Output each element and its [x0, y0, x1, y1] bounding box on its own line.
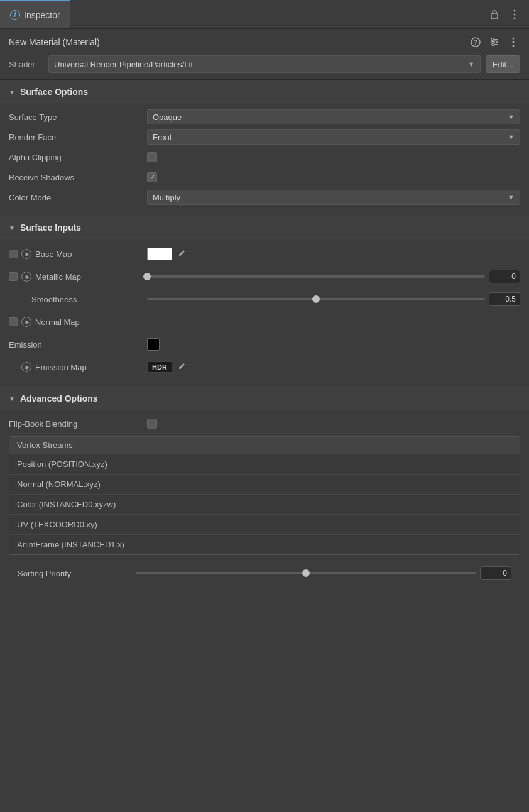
render-face-arrow: ▼: [508, 133, 515, 141]
color-mode-control: Multiply ▼: [147, 190, 520, 205]
surface-inputs-header[interactable]: ▼ Surface Inputs: [0, 216, 529, 239]
surface-type-arrow: ▼: [508, 113, 515, 121]
color-mode-dropdown[interactable]: Multiply ▼: [147, 190, 520, 205]
sorting-slider-thumb[interactable]: [302, 569, 310, 577]
sliders-button[interactable]: [488, 35, 501, 49]
surface-options-title: Surface Options: [20, 87, 88, 97]
surface-type-row: Surface Type Opaque ▼: [9, 108, 520, 126]
smoothness-slider-thumb[interactable]: [312, 295, 320, 303]
emission-eyedropper[interactable]: [176, 361, 187, 374]
svg-point-13: [513, 41, 515, 43]
receive-shadows-control: [147, 172, 520, 182]
render-face-row: Render Face Front ▼: [9, 128, 520, 146]
metallic-map-control: 0: [147, 270, 520, 283]
emission-map-row: ◉ Emission Map HDR: [9, 357, 520, 377]
svg-point-14: [513, 45, 515, 47]
metallic-map-label: Metallic Map: [35, 272, 81, 282]
inspector-tab[interactable]: i Inspector: [0, 0, 70, 28]
smoothness-slider-track[interactable]: [147, 298, 485, 300]
normal-map-label-area: ◉ Normal Map: [9, 317, 147, 327]
header-icons: ?: [469, 35, 520, 49]
info-icon: i: [10, 10, 20, 20]
shader-label: Shader: [9, 60, 43, 69]
vertex-stream-animframe: AnimFrame (INSTANCED1.x): [9, 535, 520, 554]
edit-button[interactable]: Edit...: [486, 55, 520, 73]
metallic-slider-thumb[interactable]: [143, 273, 151, 280]
emission-label-area: Emission: [9, 340, 147, 349]
metallic-slider-track[interactable]: [147, 275, 485, 278]
svg-point-12: [513, 38, 515, 40]
emission-map-label: Emission Map: [35, 363, 87, 372]
surface-type-label: Surface Type: [9, 112, 147, 122]
alpha-clipping-row: Alpha Clipping: [9, 148, 520, 166]
alpha-clipping-control: [147, 152, 520, 162]
shader-dropdown-arrow: ▼: [468, 60, 475, 68]
svg-point-2: [514, 13, 516, 15]
metallic-value[interactable]: 0: [489, 270, 520, 283]
flip-book-control: [147, 419, 520, 429]
base-map-control: [147, 248, 520, 261]
surface-options-section: ▼ Surface Options Surface Type Opaque ▼ …: [0, 80, 529, 214]
render-face-control: Front ▼: [147, 129, 520, 145]
sorting-priority-value[interactable]: 0: [480, 566, 511, 580]
shader-dropdown[interactable]: Universal Render Pipeline/Particles/Lit …: [48, 55, 481, 73]
advanced-options-title: Advanced Options: [20, 393, 98, 403]
svg-rect-0: [491, 14, 498, 19]
normal-map-checkbox[interactable]: [9, 317, 18, 326]
receive-shadows-row: Receive Shadows: [9, 168, 520, 186]
advanced-options-triangle: ▼: [9, 395, 15, 402]
more-header-button[interactable]: [506, 35, 520, 49]
normal-map-row: ◉ Normal Map: [9, 312, 520, 332]
color-mode-arrow: ▼: [508, 194, 515, 201]
receive-shadows-checkbox[interactable]: [147, 172, 157, 182]
tab-right-icons: [488, 8, 529, 21]
emission-map-control: HDR: [147, 361, 520, 374]
color-mode-value: Multiply: [153, 193, 180, 202]
flip-book-checkbox[interactable]: [147, 419, 157, 429]
advanced-options-header[interactable]: ▼ Advanced Options: [0, 387, 529, 410]
surface-inputs-triangle: ▼: [9, 224, 15, 231]
vertex-streams-list: Position (POSITION.xyz) Normal (NORMAL.x…: [9, 454, 520, 554]
emission-label: Emission: [9, 340, 42, 349]
sorting-slider-track[interactable]: [136, 572, 476, 574]
base-map-eyedropper[interactable]: [176, 248, 187, 261]
tab-bar: i Inspector: [0, 0, 529, 29]
vertex-stream-color: Color (INSTANCED0.xyzw): [9, 495, 520, 515]
base-map-color-swatch[interactable]: [147, 248, 172, 260]
hdr-button[interactable]: HDR: [147, 361, 172, 373]
more-options-button[interactable]: [508, 8, 521, 21]
render-face-label: Render Face: [9, 133, 147, 142]
shader-value: Universal Render Pipeline/Particles/Lit: [54, 60, 193, 69]
surface-options-header[interactable]: ▼ Surface Options: [0, 80, 529, 103]
metallic-map-checkbox[interactable]: [9, 272, 18, 281]
emission-color-swatch[interactable]: [147, 338, 160, 351]
svg-point-3: [514, 17, 516, 19]
receive-shadows-label: Receive Shadows: [9, 173, 147, 182]
surface-type-value: Opaque: [153, 112, 182, 122]
metallic-map-circle-icon: ◉: [21, 272, 31, 282]
shader-row: Shader Universal Render Pipeline/Particl…: [9, 55, 520, 73]
help-button[interactable]: ?: [469, 35, 483, 49]
svg-point-1: [514, 9, 516, 11]
metallic-map-label-area: ◉ Metallic Map: [9, 272, 147, 282]
material-name: New Material (Material): [9, 37, 100, 47]
vertex-streams-title: Vertex Streams: [17, 441, 73, 450]
vertex-stream-normal: Normal (NORMAL.xyz): [9, 475, 520, 495]
emission-map-label-area: ◉ Emission Map: [9, 362, 147, 372]
surface-type-dropdown[interactable]: Opaque ▼: [147, 109, 520, 124]
svg-point-11: [492, 43, 494, 46]
tab-title: Inspector: [24, 10, 60, 20]
flip-book-row: Flip-Book Blending: [9, 415, 520, 432]
flip-book-label: Flip-Book Blending: [9, 419, 147, 429]
lock-button[interactable]: [488, 8, 501, 21]
alpha-clipping-checkbox[interactable]: [147, 152, 157, 162]
svg-point-10: [494, 41, 497, 43]
smoothness-row: Smoothness 0.5: [9, 289, 520, 309]
smoothness-value[interactable]: 0.5: [489, 292, 520, 306]
svg-point-9: [491, 38, 494, 41]
normal-map-label: Normal Map: [35, 317, 80, 327]
surface-inputs-body: ◉ Base Map ◉ Metallic Map: [0, 239, 529, 385]
advanced-options-body: Flip-Book Blending Vertex Streams Positi…: [0, 410, 529, 593]
render-face-dropdown[interactable]: Front ▼: [147, 129, 520, 145]
base-map-checkbox[interactable]: [9, 250, 18, 258]
